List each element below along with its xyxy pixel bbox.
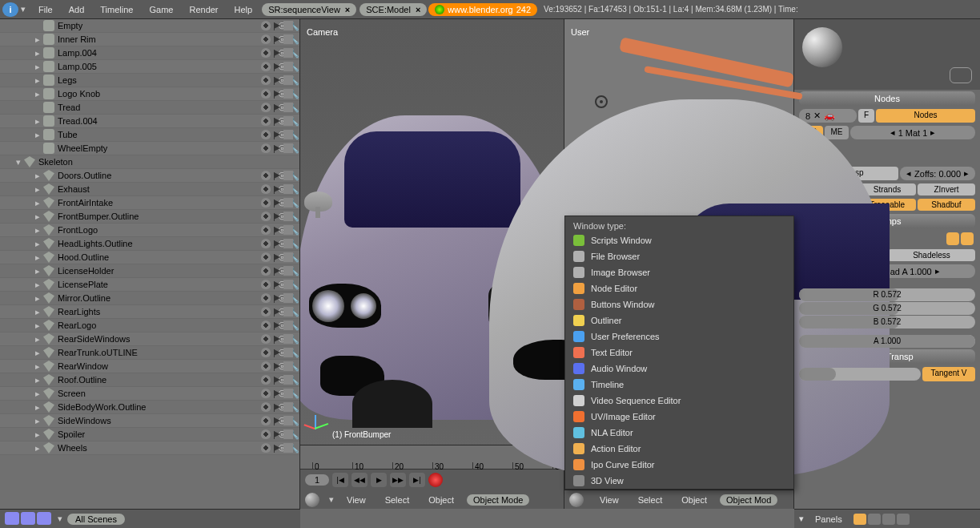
selectable-icon[interactable]: [274, 254, 280, 260]
visibility-icon[interactable]: [261, 375, 271, 385]
expand-icon[interactable]: ▸: [35, 429, 43, 440]
mirror-slider[interactable]: [799, 368, 921, 381]
visibility-icon[interactable]: [261, 252, 271, 262]
visibility-icon[interactable]: [261, 116, 271, 126]
visibility-icon[interactable]: [261, 443, 271, 453]
outliner-item[interactable]: ▸FrontAirIntake | ⦾ 🔧: [0, 196, 299, 210]
expand-icon[interactable]: ▸: [35, 212, 43, 222]
selectable-icon[interactable]: [274, 50, 280, 56]
window-type-item[interactable]: Action Editor: [565, 441, 793, 457]
window-type-item[interactable]: Timeline: [565, 377, 793, 393]
window-type-item[interactable]: NLA Editor: [565, 425, 793, 441]
selectable-icon[interactable]: [274, 390, 280, 397]
outliner-item[interactable]: ▸RearTrunk.oUTLINE | ⦾ 🔧: [0, 346, 299, 360]
mat-slot[interactable]: ◂1 Mat 1▸: [850, 126, 975, 139]
outliner-item[interactable]: ▸HeadLights.Outline | ⦾ 🔧: [0, 237, 299, 251]
visibility-icon[interactable]: [261, 75, 271, 85]
mode-selector[interactable]: Object Mod: [720, 494, 777, 506]
selectable-icon[interactable]: [274, 118, 280, 124]
window-type-item[interactable]: Node Editor: [565, 280, 793, 296]
expand-icon[interactable]: ▸: [35, 402, 43, 413]
window-type-item[interactable]: Video Sequence Editor: [565, 393, 793, 409]
visibility-icon[interactable]: [261, 320, 271, 330]
visibility-icon[interactable]: [261, 143, 271, 153]
prev-key-icon[interactable]: ◀◀: [351, 473, 368, 487]
window-type-item[interactable]: 3D View: [565, 473, 793, 489]
selectable-icon[interactable]: [274, 22, 280, 29]
outliner-item[interactable]: ▸LicenseHolder | ⦾ 🔧: [0, 264, 299, 278]
outliner-item[interactable]: ▸Exhaust | ⦾ 🔧: [0, 183, 299, 196]
visibility-icon[interactable]: [261, 171, 271, 180]
expand-icon[interactable]: ▸: [35, 171, 43, 181]
play-icon[interactable]: ▶: [371, 473, 387, 487]
renderable-icon[interactable]: [283, 320, 293, 330]
r-slider[interactable]: R 0.572: [799, 288, 975, 301]
renderable-icon[interactable]: [283, 307, 293, 316]
expand-icon[interactable]: ▸: [35, 34, 43, 45]
outliner-item[interactable]: ▸RearLogo | ⦾ 🔧: [0, 319, 299, 333]
scene-filter[interactable]: All Scenes: [67, 514, 125, 525]
visibility-icon[interactable]: [261, 62, 271, 71]
menu-game[interactable]: Game: [141, 5, 181, 14]
outliner-item[interactable]: ▸SideBodyWork.Outline | ⦾ 🔧: [0, 401, 299, 414]
visibility-icon[interactable]: [261, 184, 271, 194]
outliner-item[interactable]: ▸Mirror.Outline | ⦾ 🔧: [0, 292, 299, 305]
window-type-item[interactable]: Outliner: [565, 312, 793, 328]
renderable-icon[interactable]: [283, 34, 293, 44]
expand-icon[interactable]: ▸: [35, 62, 43, 72]
select-menu[interactable]: Select: [632, 494, 669, 506]
visibility-icon[interactable]: [261, 48, 271, 58]
object-menu[interactable]: Object: [422, 494, 460, 506]
visibility-icon[interactable]: [261, 389, 271, 398]
jump-end-icon[interactable]: ▶|: [409, 473, 425, 487]
expand-icon[interactable]: ▸: [35, 239, 43, 249]
window-type-item[interactable]: Scripts Window: [565, 232, 793, 248]
renderable-icon[interactable]: [283, 252, 293, 262]
a-slider[interactable]: A 1.000: [799, 335, 975, 348]
expand-icon[interactable]: ▸: [35, 89, 43, 99]
view-menu[interactable]: View: [593, 494, 625, 506]
menu-timeline[interactable]: Timeline: [92, 5, 141, 14]
outliner-item[interactable]: ▸RearSideWindows | ⦾ 🔧: [0, 333, 299, 346]
window-type-item[interactable]: Ipo Curve Editor: [565, 457, 793, 473]
outliner-item[interactable]: ▸Roof.Outline | ⦾ 🔧: [0, 373, 299, 387]
outliner-item[interactable]: ▸Lamp.004 | ⦾ 🔧: [0, 46, 299, 60]
dropdown-icon[interactable]: ▾: [329, 494, 334, 505]
window-type-item[interactable]: Buttons Window: [565, 296, 793, 312]
expand-icon[interactable]: ▸: [35, 375, 43, 385]
current-frame[interactable]: 1: [305, 474, 329, 486]
selectable-icon[interactable]: [274, 145, 280, 151]
copy-paste-icons[interactable]: [946, 232, 974, 245]
zinvert-button[interactable]: ZInvert: [918, 183, 975, 195]
window-type-item[interactable]: Image Browser: [565, 264, 793, 280]
outliner-item[interactable]: ▸Logo Knob | ⦾ 🔧: [0, 87, 299, 101]
outliner-item[interactable]: ▸Legs | ⦾ 🔧: [0, 74, 299, 87]
renderable-icon[interactable]: [283, 389, 293, 398]
menu-render[interactable]: Render: [181, 5, 226, 14]
object-menu[interactable]: Object: [675, 494, 713, 506]
b-slider[interactable]: B 0.572: [799, 316, 975, 328]
renderable-icon[interactable]: [283, 184, 293, 194]
window-type-item[interactable]: File Browser: [565, 248, 793, 264]
screen-selector[interactable]: SR:sequenceView ×: [262, 3, 356, 16]
visibility-icon[interactable]: [261, 307, 271, 316]
outliner-item[interactable]: ▸Tread.004 | ⦾ 🔧: [0, 115, 299, 128]
visibility-icon[interactable]: [261, 402, 271, 412]
renderable-icon[interactable]: [283, 429, 293, 439]
renderable-icon[interactable]: [283, 375, 293, 385]
expand-icon[interactable]: ▸: [35, 130, 43, 140]
shadeless-button[interactable]: Shadeless: [888, 249, 975, 261]
outliner-item[interactable]: ▸RearWindow | ⦾ 🔧: [0, 360, 299, 373]
render-layer-icons[interactable]: [5, 512, 53, 526]
selectable-icon[interactable]: [274, 417, 280, 424]
outliner-group[interactable]: ▾Skeleton: [0, 155, 299, 169]
visibility-icon[interactable]: [261, 334, 271, 344]
window-type-item[interactable]: Text Editor: [565, 345, 793, 361]
renderable-icon[interactable]: [283, 225, 293, 235]
outliner-item[interactable]: ▸Spoiler | ⦾ 🔧: [0, 428, 299, 441]
expand-icon[interactable]: ▸: [35, 184, 43, 195]
record-icon[interactable]: [428, 473, 443, 487]
editor-type-icon[interactable]: [569, 493, 584, 507]
expand-icon[interactable]: ▸: [35, 416, 43, 426]
selectable-icon[interactable]: [274, 77, 280, 83]
